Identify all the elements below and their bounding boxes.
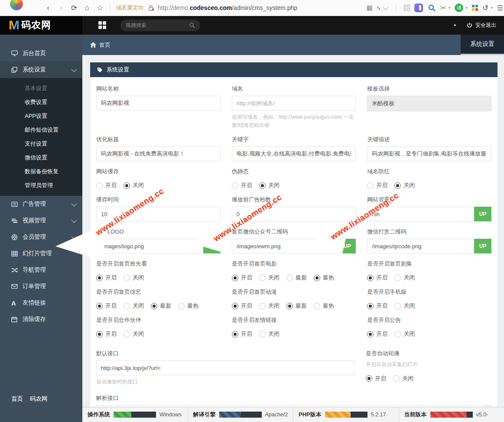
radio-circle[interactable] [394, 303, 401, 309]
radio-option-开启[interactable]: 开启 [232, 182, 252, 189]
submenu-item-APP设置[interactable]: APP设置 [0, 109, 82, 123]
radio-circle[interactable] [286, 275, 293, 281]
caret-icon[interactable]: ▾ [449, 6, 451, 10]
ext-translate-icon[interactable]: 译 [455, 3, 463, 12]
video-search-input[interactable]: 视频搜索 [120, 19, 200, 31]
sidebar-item-后台首页[interactable]: 后台首页 [0, 45, 82, 62]
back-icon[interactable]: ‹ [42, 3, 55, 12]
sidebar-item-视频管理[interactable]: 视频管理 [0, 212, 82, 229]
radio-option-开启[interactable]: 开启 [367, 274, 387, 282]
submenu-item-收费设置[interactable]: 收费设置 [0, 95, 82, 109]
radio-option-开启[interactable]: 开启 [96, 330, 117, 338]
sidebar-item-清除缓存[interactable]: 清除缓存 [0, 311, 82, 328]
radio-circle[interactable] [178, 303, 185, 309]
url-text[interactable]: http://demo.codesceo.com/admin/cms_syste… [158, 4, 297, 11]
redirect-badge[interactable]: 域名重定向 [116, 4, 144, 12]
text-input[interactable] [367, 146, 491, 161]
radio-option-开启[interactable]: 开启 [232, 302, 252, 310]
radio-circle[interactable] [314, 275, 320, 281]
caret-icon[interactable]: ▾ [491, 6, 493, 10]
radio-option-开启[interactable]: 开启 [232, 330, 252, 338]
radio-option-最热[interactable]: 最热 [314, 302, 334, 310]
undo-icon[interactable]: ↺ [482, 3, 488, 13]
menu-icon[interactable]: ☰ [497, 4, 503, 12]
radio-circle[interactable] [124, 275, 130, 281]
radio-option-开启[interactable]: 开启 [366, 375, 386, 383]
submenu-item-数据备份恢复[interactable]: 数据备份恢复 [0, 165, 82, 179]
footer-link-home[interactable]: 首页 [11, 395, 23, 403]
ext-scissors-icon[interactable]: ✂ [440, 3, 446, 13]
radio-option-关闭[interactable]: 关闭 [259, 302, 280, 310]
radio-circle[interactable] [367, 275, 374, 281]
text-input[interactable] [232, 146, 356, 161]
app-logo[interactable]: M 码农网 [0, 16, 82, 35]
select-box[interactable]: 米酷模板 [367, 96, 491, 111]
radio-option-关闭[interactable]: 关闭 [259, 182, 280, 189]
upload-button[interactable]: UP [474, 239, 491, 253]
radio-option-最热[interactable]: 最热 [314, 274, 334, 282]
sidebar-item-广告管理[interactable]: 广告管理 [0, 196, 82, 212]
sidebar-item-友情链接[interactable]: A友情链接 [0, 295, 82, 311]
radio-circle[interactable] [124, 303, 130, 309]
radio-circle[interactable] [286, 303, 293, 309]
radio-option-关闭[interactable]: 关闭 [259, 274, 280, 282]
radio-option-开启[interactable]: 开启 [96, 274, 117, 282]
text-input[interactable] [232, 96, 356, 110]
radio-circle[interactable] [394, 182, 401, 189]
chevron-down-icon[interactable] [383, 4, 388, 10]
radio-circle[interactable] [259, 303, 266, 309]
radio-circle[interactable] [96, 275, 103, 281]
radio-option-关闭[interactable]: 关闭 [124, 182, 144, 189]
radio-option-关闭[interactable]: 关闭 [394, 330, 415, 338]
ext-purple-icon[interactable] [414, 3, 423, 12]
radio-option-开启[interactable]: 开启 [96, 182, 117, 189]
submenu-item-管理员管理[interactable]: 管理员管理 [0, 179, 82, 192]
footer-link-site[interactable]: 码农网 [30, 395, 48, 403]
radio-circle[interactable] [259, 275, 266, 281]
radio-option-开启[interactable]: 开启 [367, 302, 387, 310]
ext-grid-icon[interactable] [404, 5, 410, 11]
insecure-lock-icon[interactable] [148, 5, 154, 11]
radio-option-关闭[interactable]: 关闭 [124, 330, 144, 338]
submenu-item-邮件短信设置[interactable]: 邮件短信设置 [0, 123, 82, 137]
radio-circle[interactable] [259, 182, 266, 189]
sidebar-item-系统设置[interactable]: 系统设置 [0, 62, 82, 78]
ext-colors-icon[interactable] [472, 5, 478, 11]
radio-circle[interactable] [232, 303, 238, 309]
text-input[interactable] [96, 96, 221, 110]
radio-circle[interactable] [232, 275, 238, 281]
home-icon[interactable]: ⌂ [81, 3, 94, 12]
sidebar-item-订单管理[interactable]: 订单管理 [0, 278, 82, 295]
radio-option-最新[interactable]: 最新 [286, 274, 307, 282]
tab-system-settings[interactable]: 系统设置 [461, 35, 504, 55]
text-input[interactable] [367, 239, 474, 253]
breadcrumb-home[interactable]: 首页 [82, 41, 111, 49]
apps-grid-icon[interactable] [98, 21, 106, 29]
radio-option-开启[interactable]: 开启 [96, 302, 117, 310]
radio-circle[interactable] [151, 303, 157, 309]
radio-circle[interactable] [394, 275, 401, 281]
radio-option-开启[interactable]: 开启 [367, 182, 387, 189]
radio-option-关闭[interactable]: 关闭 [394, 302, 415, 310]
radio-circle[interactable] [259, 331, 266, 338]
radio-option-关闭[interactable]: 关闭 [124, 274, 144, 282]
radio-option-关闭[interactable]: 关闭 [393, 375, 413, 383]
radio-circle[interactable] [393, 375, 400, 382]
radio-circle[interactable] [367, 331, 374, 338]
submenu-item-微信设置[interactable]: 微信设置 [0, 151, 82, 165]
radio-option-最新[interactable]: 最新 [286, 302, 307, 310]
radio-circle[interactable] [314, 303, 320, 309]
bookmark-star-icon[interactable]: ☆ [94, 3, 107, 13]
radio-circle[interactable] [367, 182, 374, 189]
radio-circle[interactable] [124, 331, 130, 338]
radio-option-关闭[interactable]: 关闭 [124, 302, 144, 310]
radio-circle[interactable] [124, 182, 130, 189]
radio-circle[interactable] [232, 182, 238, 189]
radio-option-开启[interactable]: 开启 [367, 330, 387, 338]
sidebar-item-导航管理[interactable]: 导航管理 [0, 262, 82, 278]
radio-circle[interactable] [232, 331, 238, 338]
caret-icon[interactable]: ▾ [465, 6, 468, 10]
qr-grid-icon[interactable]: ▦ [366, 4, 372, 12]
logout-button[interactable]: 安全退出 [454, 22, 504, 29]
radio-circle[interactable] [367, 303, 374, 309]
